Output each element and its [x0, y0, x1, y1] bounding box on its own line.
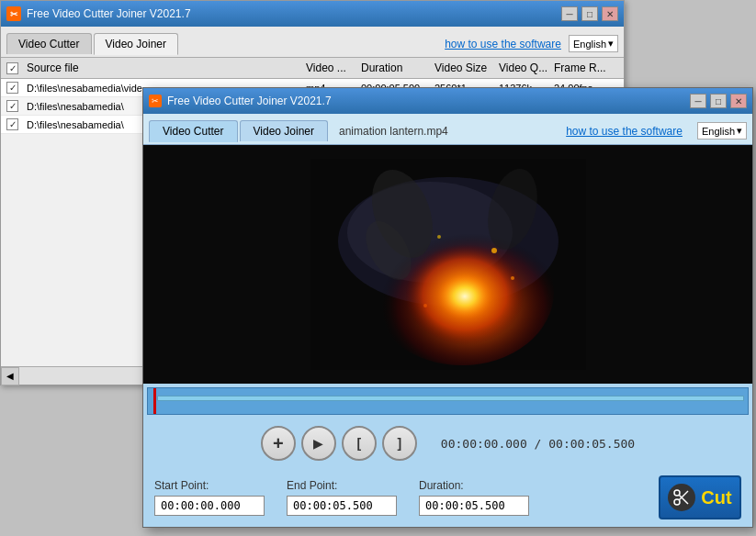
fg-maximize-button[interactable]: □: [710, 94, 727, 108]
start-point-group: Start Point:: [154, 479, 265, 516]
fg-close-button[interactable]: ✕: [730, 94, 747, 108]
start-point-input[interactable]: [154, 496, 265, 516]
duration-label: Duration:: [419, 479, 529, 492]
end-point-input[interactable]: [287, 496, 397, 516]
bg-app-icon: ✂: [6, 6, 21, 21]
svg-point-11: [511, 276, 514, 280]
bg-close-button[interactable]: ✕: [602, 6, 618, 21]
fireball-svg: [310, 159, 586, 370]
start-point-label: Start Point:: [154, 479, 265, 492]
svg-point-9: [491, 248, 497, 253]
end-mark-button[interactable]: ]: [382, 426, 417, 461]
bg-col-size-header: Video Size: [434, 61, 499, 74]
bg-maximize-button[interactable]: □: [581, 6, 598, 21]
row3-checkbox[interactable]: [6, 118, 18, 130]
bg-col-frame-header: Frame R...: [554, 61, 618, 74]
bg-language-select[interactable]: English ▾: [569, 35, 618, 52]
svg-point-5: [437, 274, 492, 319]
timeline-bar[interactable]: [157, 396, 744, 401]
timeline[interactable]: [147, 387, 749, 415]
duration-group: Duration:: [419, 479, 529, 516]
cut-button[interactable]: Cut: [659, 475, 741, 519]
fg-window-title: Free Video Cutter Joiner V2021.7: [167, 95, 690, 107]
bg-title-bar: ✂ Free Video Cutter Joiner V2021.7 ─ □ ✕: [1, 1, 624, 27]
add-clip-button[interactable]: +: [261, 426, 296, 461]
bg-tab-video-cutter[interactable]: Video Cutter: [6, 33, 92, 54]
fg-tab-video-joiner[interactable]: Video Joiner: [240, 120, 329, 141]
fg-window-controls: ─ □ ✕: [690, 94, 747, 108]
bg-header-checkbox[interactable]: [6, 62, 18, 74]
bg-language-label: English: [573, 39, 606, 50]
bg-tabs-row: Video Cutter Video Joiner how to use the…: [1, 27, 624, 58]
play-icon: ▶: [313, 436, 323, 451]
bg-window-title: Free Video Cutter Joiner V2021.7: [27, 7, 561, 20]
start-mark-button[interactable]: [: [342, 426, 377, 461]
bg-col-check: [6, 62, 27, 74]
end-point-group: End Point:: [287, 479, 397, 516]
fg-filename: animation lantern.mp4: [339, 125, 448, 138]
row2-checkbox[interactable]: [6, 100, 18, 112]
fg-title-bar: ✂ Free Video Cutter Joiner V2021.7 ─ □ ✕: [143, 88, 752, 114]
cut-scissors-icon: [668, 484, 695, 511]
fields-row: Start Point: End Point: Duration: Cut: [143, 468, 752, 527]
play-button[interactable]: ▶: [301, 426, 336, 461]
timeline-playhead[interactable]: [153, 388, 156, 414]
scroll-left-arrow[interactable]: ◀: [1, 367, 19, 385]
bg-tab-video-joiner[interactable]: Video Joiner: [94, 33, 179, 55]
bg-minimize-button[interactable]: ─: [561, 6, 578, 21]
start-mark-icon: [: [356, 436, 361, 451]
duration-input[interactable]: [419, 496, 529, 516]
end-mark-icon: ]: [397, 436, 401, 451]
video-preview: [143, 145, 752, 384]
bg-col-duration-header: Duration: [361, 61, 434, 74]
cut-button-label: Cut: [701, 487, 731, 508]
fg-language-label: English: [702, 126, 735, 137]
bg-table-header: Source file Video ... Duration Video Siz…: [1, 58, 624, 79]
fg-lang-chevron-icon: ▾: [737, 125, 742, 137]
bg-how-to-link[interactable]: how to use the software: [445, 38, 561, 50]
fg-app-icon: ✂: [149, 95, 162, 107]
fg-tabs-row: Video Cutter Video Joiner animation lant…: [143, 114, 752, 145]
row1-checkbox[interactable]: [6, 82, 18, 94]
foreground-window: ✂ Free Video Cutter Joiner V2021.7 ─ □ ✕…: [142, 87, 753, 528]
bg-window-controls: ─ □ ✕: [561, 6, 618, 21]
fg-how-to-link[interactable]: how to use the software: [566, 125, 683, 138]
bg-col-video-header: Video ...: [306, 61, 361, 74]
fg-tab-video-cutter[interactable]: Video Cutter: [149, 120, 238, 142]
svg-point-10: [437, 235, 441, 239]
bg-lang-chevron-icon: ▾: [608, 38, 614, 50]
controls-row: + ▶ [ ] 00:00:00.000 / 00:00:05.500: [143, 419, 752, 468]
time-display: 00:00:00.000 / 00:00:05.500: [441, 437, 635, 451]
bg-col-quality-header: Video Q...: [499, 61, 554, 74]
add-icon: +: [273, 433, 284, 454]
end-point-label: End Point:: [287, 479, 397, 492]
bg-col-source-header: Source file: [27, 61, 306, 74]
fg-minimize-button[interactable]: ─: [690, 94, 706, 108]
svg-point-12: [423, 304, 427, 307]
fg-language-select[interactable]: English ▾: [697, 122, 747, 140]
